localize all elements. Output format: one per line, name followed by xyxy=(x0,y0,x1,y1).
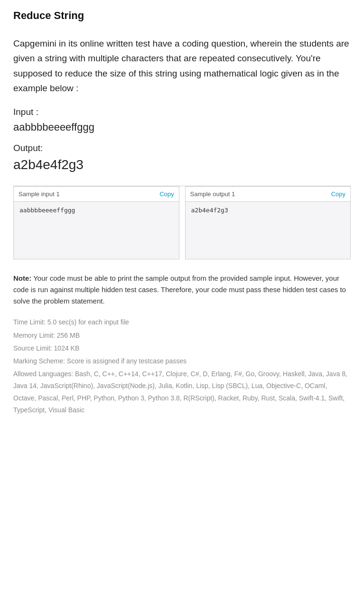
input-label: Input : xyxy=(13,107,351,117)
sample-input-content: aabbbbeeeeffggg xyxy=(14,202,179,259)
note-text: Your code must be able to print the samp… xyxy=(13,274,346,305)
sample-output-header: Sample output 1 Copy xyxy=(186,187,351,202)
time-limit: Time Limit: 5.0 sec(s) for each input fi… xyxy=(13,316,351,328)
page-title: Reduce String xyxy=(13,10,351,25)
note-bold: Note: xyxy=(13,274,31,282)
input-value: aabbbbeeeeffggg xyxy=(13,121,351,133)
problem-description: Capgemini in its online written test hav… xyxy=(13,36,351,95)
samples-container: Sample input 1 Copy aabbbbeeeeffggg Samp… xyxy=(13,186,351,259)
allowed-languages: Allowed Languages: Bash, C, C++, C++14, … xyxy=(13,368,351,416)
memory-limit: Memory Limit: 256 MB xyxy=(13,330,351,342)
sample-input-label: Sample input 1 xyxy=(19,190,60,198)
meta-section: Time Limit: 5.0 sec(s) for each input fi… xyxy=(13,316,351,416)
sample-output-content: a2b4e4f2g3 xyxy=(186,202,351,259)
marking-scheme: Marking Scheme: Score is assigned if any… xyxy=(13,355,351,367)
sample-input-header: Sample input 1 Copy xyxy=(14,187,179,202)
copy-input-button[interactable]: Copy xyxy=(159,190,174,198)
sample-input-box: Sample input 1 Copy aabbbbeeeeffggg xyxy=(13,186,179,259)
source-limit: Source Limit: 1024 KB xyxy=(13,342,351,354)
output-value: a2b4e4f2g3 xyxy=(13,157,351,172)
sample-output-label: Sample output 1 xyxy=(190,190,235,198)
copy-output-button[interactable]: Copy xyxy=(331,190,345,198)
output-label: Output: xyxy=(13,143,351,153)
note-section: Note: Your code must be able to print th… xyxy=(13,273,351,307)
sample-output-box: Sample output 1 Copy a2b4e4f2g3 xyxy=(185,186,351,259)
